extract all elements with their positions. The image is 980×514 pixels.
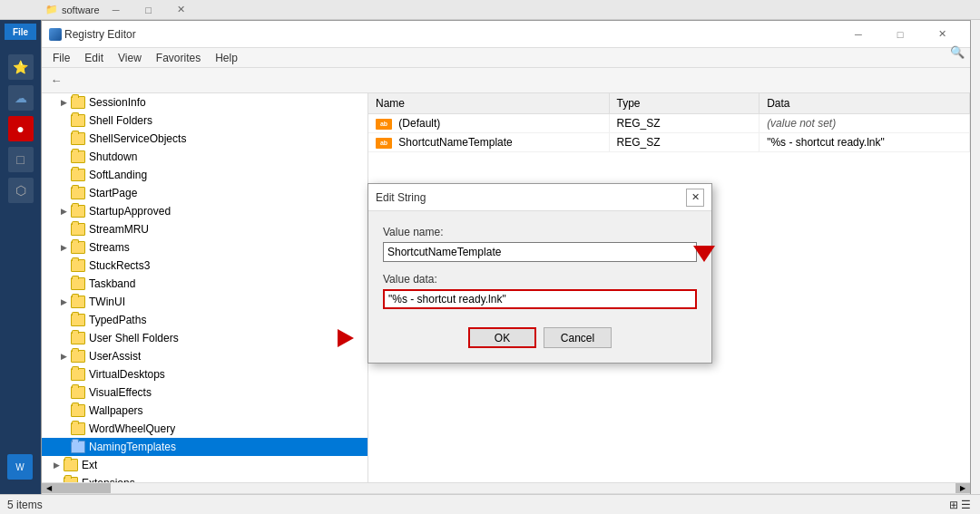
outer-close-button[interactable]: ✕: [165, 0, 198, 20]
scrollbar-thumb[interactable]: [56, 483, 111, 493]
tree-item-shellfolders[interactable]: Shell Folders: [42, 112, 368, 130]
tree-expander-namingtemplates: [56, 438, 71, 456]
tree-label-ext: Ext: [82, 459, 97, 471]
tree-item-startpage[interactable]: StartPage: [42, 184, 368, 202]
tree-label-taskband: Taskband: [89, 277, 135, 290]
scroll-left-btn[interactable]: ◀: [42, 483, 56, 494]
tree-label-wallpapers: Wallpapers: [89, 404, 143, 417]
tree-expander-softlanding: [56, 166, 71, 184]
tree-item-twinui[interactable]: ▶ TWinUI: [42, 293, 368, 311]
reg-editor-toolbar: ←: [42, 68, 970, 93]
folder-icon-visualeffects: [71, 386, 85, 399]
folder-icon-streammru: [71, 223, 85, 236]
reg-minimize-button[interactable]: ─: [838, 21, 879, 48]
col-header-type[interactable]: Type: [609, 93, 760, 114]
tree-label-usershellfolders: User Shell Folders: [89, 332, 179, 344]
tree-item-sessioninfo[interactable]: ▶ SessionInfo: [42, 93, 368, 112]
down-arrow-annotation: [693, 246, 715, 262]
folder-icon-namingtemplates: [71, 441, 85, 453]
dialog-close-button[interactable]: ✕: [686, 189, 704, 207]
tree-label-virtualdesktops: VirtualDesktops: [89, 368, 165, 381]
dialog-titlebar: Edit String ✕: [368, 184, 711, 211]
tree-label-shutdown: Shutdown: [89, 150, 137, 163]
tree-item-usershellfolders[interactable]: User Shell Folders: [42, 329, 368, 347]
menu-view[interactable]: View: [111, 50, 149, 66]
tree-item-namingtemplates[interactable]: NamingTemplates: [42, 438, 368, 456]
folder-icon-virtualdesktops: [71, 368, 85, 381]
ok-button[interactable]: OK: [468, 327, 536, 348]
tree-item-extensions[interactable]: Extensions: [42, 474, 368, 482]
back-button[interactable]: ←: [45, 71, 67, 91]
menu-file[interactable]: File: [45, 50, 77, 66]
col-header-name[interactable]: Name: [368, 93, 609, 114]
tree-item-stuckrects3[interactable]: StuckRects3: [42, 257, 368, 275]
tree-item-ext[interactable]: ▶ Ext: [42, 456, 368, 474]
tree-item-streammru[interactable]: StreamMRU: [42, 220, 368, 238]
tree-item-softlanding[interactable]: SoftLanding: [42, 166, 368, 184]
tree-item-shutdown[interactable]: Shutdown: [42, 148, 368, 166]
tree-item-streams[interactable]: ▶ Streams: [42, 238, 368, 257]
tree-label-startupapproved: StartupApproved: [89, 205, 171, 218]
tree-label-streams: Streams: [89, 241, 130, 254]
table-row[interactable]: ab ShortcutNameTemplate REG_SZ "%s - sho…: [368, 133, 970, 152]
dialog-title: Edit String: [376, 191, 686, 204]
sidebar-icon-3[interactable]: ●: [8, 116, 34, 141]
folder-icon-ext: [64, 459, 78, 471]
tree-expander-virtualdesktops: [56, 365, 71, 383]
tree-label-shellserviceobjects: ShellServiceObjects: [89, 132, 186, 145]
folder-icon-streams: [71, 241, 85, 254]
folder-icon-sessioninfo: [71, 96, 85, 109]
reg-editor-titlebar: Registry Editor ─ □ ✕: [42, 21, 970, 48]
cell-type-shortcut: REG_SZ: [609, 133, 760, 152]
tree-item-shellserviceobjects[interactable]: ShellServiceObjects: [42, 130, 368, 148]
value-data-input[interactable]: [383, 289, 697, 309]
tree-label-typedpaths: TypedPaths: [89, 314, 146, 326]
outer-maximize-button[interactable]: □: [132, 0, 165, 20]
tree-item-virtualdesktops[interactable]: VirtualDesktops: [42, 365, 368, 383]
tree-item-taskband[interactable]: Taskband: [42, 275, 368, 293]
menu-help[interactable]: Help: [208, 50, 245, 66]
reg-maximize-button[interactable]: □: [879, 21, 921, 48]
value-name-label: Value name:: [383, 226, 697, 238]
reg-editor-menubar: File Edit View Favorites Help: [42, 48, 970, 68]
tree-horizontal-scrollbar[interactable]: ◀ ▶: [42, 482, 970, 493]
value-name-input[interactable]: [383, 242, 697, 262]
tree-expander-twinui: ▶: [56, 293, 71, 311]
cell-name-default: ab (Default): [368, 114, 609, 133]
cancel-button[interactable]: Cancel: [544, 327, 612, 348]
tree-expander-wordwheelquery: [56, 420, 71, 438]
tree-expander-typedpaths: [56, 311, 71, 329]
tree-item-userassist[interactable]: ▶ UserAssist: [42, 347, 368, 365]
sidebar-icon-group: ⭐ ☁ ● □ ⬡: [8, 54, 34, 203]
sidebar-icon-2[interactable]: ☁: [8, 85, 34, 111]
sidebar-bottom-icon[interactable]: W: [7, 454, 33, 480]
sidebar-icon-5[interactable]: ⬡: [8, 178, 34, 203]
tree-expander-shellfolders: [56, 112, 71, 130]
tree-item-wallpapers[interactable]: Wallpapers: [42, 402, 368, 420]
view-toggle-icons[interactable]: ⊞ ☰: [949, 499, 971, 511]
sidebar-icon-4[interactable]: □: [8, 147, 34, 172]
menu-favorites[interactable]: Favorites: [149, 50, 208, 66]
dialog-body: Value name: Value data: OK Cancel: [368, 211, 711, 363]
tree-item-visualeffects[interactable]: VisualEffects: [42, 383, 368, 402]
tree-label-wordwheelquery: WordWheelQuery: [89, 422, 175, 435]
sidebar-icon-1[interactable]: ⭐: [8, 54, 34, 80]
table-row[interactable]: ab (Default) REG_SZ (value not set): [368, 114, 970, 133]
reg-editor-app-icon: [49, 28, 62, 41]
value-data-label: Value data:: [383, 273, 697, 286]
scroll-right-btn[interactable]: ▶: [956, 483, 970, 494]
registry-tree-panel[interactable]: ▶ SessionInfo Shell Folders ShellService…: [42, 93, 368, 482]
folder-icon-extensions: [64, 477, 78, 482]
folder-icon-shutdown: [71, 150, 85, 163]
col-header-data[interactable]: Data: [760, 93, 970, 114]
menu-edit[interactable]: Edit: [77, 50, 111, 66]
tree-item-startupapproved[interactable]: ▶ StartupApproved: [42, 202, 368, 220]
tree-label-softlanding: SoftLanding: [89, 169, 147, 181]
tree-item-wordwheelquery[interactable]: WordWheelQuery: [42, 420, 368, 438]
search-button[interactable]: 🔍: [947, 42, 967, 62]
tree-label-namingtemplates: NamingTemplates: [89, 441, 176, 453]
file-ribbon-button[interactable]: File: [5, 24, 36, 40]
outer-minimize-button[interactable]: ─: [100, 0, 132, 20]
tree-expander-userassist: ▶: [56, 347, 71, 365]
tree-item-typedpaths[interactable]: TypedPaths: [42, 311, 368, 329]
